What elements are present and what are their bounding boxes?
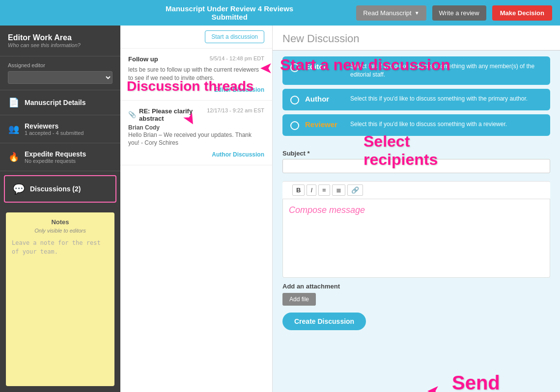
unordered-list-button[interactable]: ≡ <box>318 184 330 196</box>
recipient-option-author[interactable]: Author Select this if you'd like to disc… <box>282 89 550 110</box>
sidebar-item-manuscript-details[interactable]: 📄 Manuscript Details <box>0 90 120 115</box>
sidebar: Editor Work Area Who can see this inform… <box>0 26 120 392</box>
thread-tag: Author Discussion <box>212 151 264 158</box>
new-discussion-panel: New Discussion Editor Select this if you… <box>273 26 560 392</box>
threads-top-bar: Start a discussion <box>120 26 272 49</box>
content-area: Start a discussion Follow up 5/5/14 - 12… <box>120 26 560 392</box>
ordered-list-button[interactable]: ≣ <box>332 184 345 196</box>
compose-area[interactable]: Compose message <box>282 199 550 278</box>
start-discussion-button[interactable]: Start a discussion <box>205 30 264 43</box>
recipient-desc-reviewer: Select this if you'd like to discuss som… <box>350 120 507 129</box>
recipient-option-editor[interactable]: Editor Select this if you'd like to disc… <box>282 56 550 85</box>
sidebar-subtitle: Who can see this information? <box>8 42 112 48</box>
bold-button[interactable]: B <box>292 184 305 196</box>
recipient-name-author: Author <box>305 95 344 103</box>
chevron-down-icon: ▼ <box>415 10 420 16</box>
notes-subtitle: Only visible to editors <box>12 228 109 234</box>
top-bar: Manuscript Under Review 4 Reviews Submit… <box>0 0 560 26</box>
recipient-name-reviewer: Reviewer <box>305 120 344 129</box>
threads-panel: Start a discussion Follow up 5/5/14 - 12… <box>120 26 273 392</box>
link-button[interactable]: 🔗 <box>347 184 363 196</box>
thread-sender: Brian Cody <box>128 124 264 131</box>
sidebar-item-label: Manuscript Details <box>25 99 85 106</box>
sidebar-item-expedite[interactable]: 🔥 Expedite Requests No expedite requests <box>0 143 120 171</box>
new-discussion-header: New Discussion <box>273 26 560 51</box>
discussions-label: Discussions (2) <box>30 185 81 193</box>
thread-date: 12/17/13 - 9:22 am EST <box>207 107 264 113</box>
sidebar-item-discussions[interactable]: 💬 Discussions (2) <box>4 175 116 203</box>
thread-title: Follow up <box>128 55 158 63</box>
read-manuscript-button[interactable]: Read Manuscript ▼ <box>356 5 426 21</box>
page-title: Manuscript Under Review 4 Reviews Submit… <box>158 4 302 21</box>
sidebar-header: Editor Work Area Who can see this inform… <box>0 26 120 56</box>
recipient-desc-author: Select this if you'd like to discuss som… <box>350 95 528 103</box>
attachment-label: Add an attachment <box>282 283 550 290</box>
notes-textarea[interactable]: Leave a note for the rest of your team. <box>12 238 109 291</box>
attachment-section: Add an attachment Add file <box>273 278 560 311</box>
assigned-editor-section: Assigned editor <box>0 56 120 90</box>
paperclip-icon: 📎 <box>128 111 136 118</box>
radio-editor[interactable] <box>290 63 299 72</box>
subject-label: Subject * <box>282 150 550 157</box>
thread-date: 5/5/14 - 12:48 pm EDT <box>210 55 264 61</box>
notes-section: Notes Only visible to editors Leave a no… <box>6 212 114 386</box>
assigned-editor-select[interactable] <box>8 71 112 84</box>
reviewers-icon: 👥 <box>8 124 20 134</box>
radio-author[interactable] <box>290 96 299 105</box>
radio-reviewer[interactable] <box>290 121 299 130</box>
sidebar-item-reviewers[interactable]: 👥 Reviewers 1 accepted - 4 submitted <box>0 115 120 143</box>
thread-item[interactable]: Follow up 5/5/14 - 12:48 pm EDT lets be … <box>120 49 272 101</box>
sidebar-item-label: Reviewers <box>25 122 84 130</box>
subject-input[interactable] <box>282 159 550 173</box>
add-file-button[interactable]: Add file <box>282 293 316 306</box>
thread-re-title: 📎 RE: Please clarify abstract <box>128 107 203 122</box>
sidebar-item-sub: No expedite requests <box>25 158 86 164</box>
recipient-options: Editor Select this if you'd like to disc… <box>273 51 560 146</box>
thread-body: Hello Brian – We received your updates. … <box>128 131 264 148</box>
subject-section: Subject * <box>273 146 560 177</box>
recipient-option-reviewer[interactable]: Reviewer Select this if you'd like to di… <box>282 114 550 136</box>
thread-body: lets be sure to follow up with the curre… <box>128 66 264 82</box>
thread-item[interactable]: 📎 RE: Please clarify abstract 12/17/13 -… <box>120 101 272 166</box>
thread-tag: Editor Discussion <box>214 86 264 93</box>
notes-title: Notes <box>12 218 109 226</box>
recipient-name-editor: Editor <box>305 62 344 71</box>
sidebar-item-sub: 1 accepted - 4 submitted <box>25 130 84 136</box>
sidebar-item-label: Expedite Requests <box>25 150 86 158</box>
make-decision-button[interactable]: Make Decision <box>492 5 552 21</box>
recipient-desc-editor: Select this if you'd like to discuss som… <box>350 62 542 79</box>
flame-icon: 🔥 <box>8 152 20 162</box>
create-discussion-button[interactable]: Create Discussion <box>282 313 366 330</box>
compose-placeholder: Compose message <box>289 205 365 215</box>
compose-toolbar: B I ≡ ≣ 🔗 <box>282 181 550 199</box>
sidebar-title: Editor Work Area <box>8 33 112 42</box>
document-icon: 📄 <box>8 97 20 108</box>
assigned-editor-label: Assigned editor <box>8 62 112 68</box>
italic-button[interactable]: I <box>307 184 316 196</box>
chat-icon: 💬 <box>13 183 25 195</box>
write-review-button[interactable]: Write a review <box>432 5 486 21</box>
